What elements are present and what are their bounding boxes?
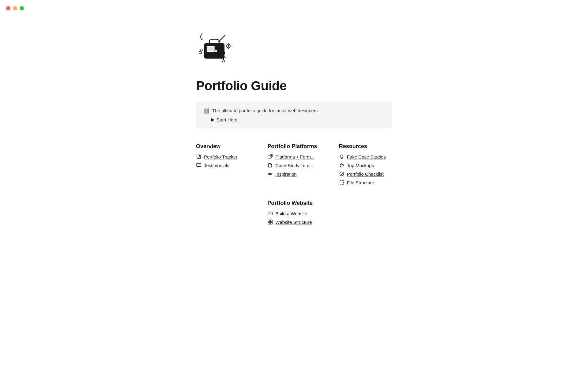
maximize-button[interactable] bbox=[20, 6, 24, 10]
section-portfolio-platforms: Portfolio Platforms Platforms + Form... bbox=[267, 143, 320, 185]
list-item[interactable]: Case-Study Tem... bbox=[267, 163, 320, 168]
svg-line-12 bbox=[222, 59, 224, 62]
list-item[interactable]: Top Mockups bbox=[339, 163, 392, 168]
section-resources-title: Resources bbox=[339, 143, 392, 150]
portfolio-platforms-items: Platforms + Form... Case-Study Tem... bbox=[267, 154, 320, 177]
info-callout: ℹ️ The ultimate portfolio guide for juni… bbox=[196, 102, 392, 128]
sections-first-row: Overview Portfolio Tracker bbox=[196, 143, 392, 185]
illustration-area bbox=[196, 31, 392, 69]
comment-icon bbox=[196, 163, 202, 168]
svg-line-5 bbox=[219, 35, 225, 41]
svg-rect-24 bbox=[268, 155, 271, 158]
list-item[interactable]: Portfolio Tracker bbox=[196, 154, 249, 159]
traffic-lights bbox=[6, 6, 24, 10]
grid-icon bbox=[267, 219, 273, 225]
document-icon bbox=[267, 163, 273, 168]
spacer-col1 bbox=[196, 200, 249, 225]
section-overview: Overview Portfolio Tracker bbox=[196, 143, 249, 185]
eye-icon bbox=[267, 171, 273, 177]
start-here-link[interactable]: ▶ Start Here bbox=[203, 117, 385, 122]
svg-point-25 bbox=[270, 173, 271, 175]
spacer-col3 bbox=[339, 200, 392, 225]
svg-rect-34 bbox=[268, 220, 270, 222]
svg-point-28 bbox=[340, 172, 344, 176]
list-item[interactable]: Testimonials bbox=[196, 163, 249, 168]
section-portfolio-website-title: Portfolio Website bbox=[267, 200, 320, 206]
sections-second-row: Portfolio Website Build a Website bbox=[196, 200, 392, 225]
edit-icon bbox=[196, 154, 202, 159]
minimize-button[interactable] bbox=[13, 6, 17, 10]
fire-icon bbox=[339, 163, 345, 168]
svg-rect-4 bbox=[207, 47, 214, 51]
svg-rect-21 bbox=[199, 52, 202, 53]
page-title: Portfolio Guide bbox=[196, 79, 392, 93]
list-item[interactable]: Inspiration bbox=[267, 171, 320, 177]
list-item[interactable]: Build a Website bbox=[267, 211, 320, 216]
list-item[interactable]: Platforms + Form... bbox=[267, 154, 320, 159]
svg-rect-37 bbox=[270, 222, 272, 224]
svg-point-15 bbox=[228, 45, 229, 47]
section-portfolio-website: Portfolio Website Build a Website bbox=[267, 200, 320, 225]
overview-items: Portfolio Tracker Testimonials bbox=[196, 154, 249, 168]
play-icon: ▶ bbox=[211, 117, 215, 122]
browser-icon bbox=[267, 211, 273, 216]
portfolio-website-items: Build a Website Website Structure bbox=[267, 211, 320, 225]
section-resources: Resources Fake Case Studies bbox=[339, 143, 392, 185]
list-item[interactable]: Portfolio Checklist bbox=[339, 171, 392, 177]
svg-rect-35 bbox=[270, 220, 272, 222]
check-circle-icon bbox=[339, 171, 345, 177]
portfolio-illustration bbox=[196, 31, 233, 67]
svg-line-13 bbox=[224, 59, 225, 62]
info-icon: ℹ️ bbox=[203, 108, 209, 114]
resources-items: Fake Case Studies Top Mockups bbox=[339, 154, 392, 185]
svg-point-33 bbox=[270, 212, 270, 213]
svg-rect-29 bbox=[340, 181, 344, 184]
svg-point-32 bbox=[269, 212, 270, 213]
svg-rect-30 bbox=[268, 212, 272, 215]
svg-rect-36 bbox=[268, 222, 270, 224]
bulb-icon bbox=[339, 154, 345, 159]
list-item[interactable]: File Structure bbox=[339, 180, 392, 185]
section-portfolio-platforms-title: Portfolio Platforms bbox=[267, 143, 320, 150]
svg-rect-23 bbox=[197, 163, 201, 167]
svg-point-8 bbox=[222, 51, 225, 54]
section-overview-title: Overview bbox=[196, 143, 249, 150]
list-item[interactable]: Website Structure bbox=[267, 219, 320, 225]
external-link-icon bbox=[267, 154, 273, 159]
file-bracket-icon bbox=[339, 180, 345, 185]
callout-description: ℹ️ The ultimate portfolio guide for juni… bbox=[203, 108, 385, 114]
main-content: Portfolio Guide ℹ️ The ultimate portfoli… bbox=[184, 0, 404, 249]
list-item[interactable]: Fake Case Studies bbox=[339, 154, 392, 159]
close-button[interactable] bbox=[6, 6, 10, 10]
svg-rect-20 bbox=[200, 49, 203, 51]
